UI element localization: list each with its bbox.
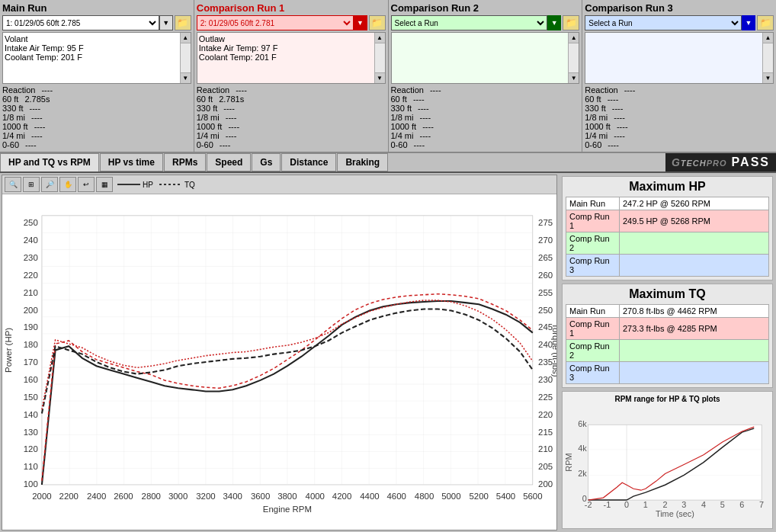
comp2-scroll-up[interactable]: ▲ bbox=[569, 33, 579, 43]
tab-hp-time[interactable]: HP vs time bbox=[100, 153, 163, 171]
svg-text:4200: 4200 bbox=[332, 492, 351, 501]
main-run-notes: VolantIntake Air Temp: 95 FCoolant Temp:… bbox=[2, 32, 191, 84]
comp2-notes: ▲ ▼ bbox=[391, 32, 580, 84]
svg-text:5200: 5200 bbox=[470, 492, 489, 501]
svg-text:265: 265 bbox=[538, 253, 553, 262]
table-row: Main Run 270.8 ft-lbs @ 4462 RPM bbox=[566, 305, 769, 318]
tab-braking[interactable]: Braking bbox=[337, 153, 388, 171]
main-run-folder-btn[interactable]: 📁 bbox=[175, 15, 191, 30]
svg-text:4800: 4800 bbox=[415, 492, 434, 501]
right-panel: Maximum HP Main Run 247.2 HP @ 5260 RPM … bbox=[559, 173, 776, 532]
svg-text:4400: 4400 bbox=[360, 492, 379, 501]
tab-distance[interactable]: Distance bbox=[281, 153, 336, 171]
max-hp-title: Maximum HP bbox=[566, 180, 769, 194]
svg-text:110: 110 bbox=[24, 462, 38, 471]
comp1-dropdown-btn[interactable]: ▼ bbox=[354, 15, 367, 30]
comp1-dropdown[interactable]: 2: 01/29/05 60ft 2.781 bbox=[197, 15, 354, 30]
svg-text:Power (HP): Power (HP) bbox=[4, 328, 13, 373]
comp1-folder-btn[interactable]: 📁 bbox=[369, 15, 386, 30]
comp2-scroll-down[interactable]: ▼ bbox=[569, 72, 579, 83]
chart-toolbar: 🔍 ⊞ 🔎 ✋ ↩ ▦ HP TQ bbox=[2, 175, 556, 194]
svg-text:210: 210 bbox=[24, 288, 38, 297]
svg-text:260: 260 bbox=[538, 271, 553, 280]
svg-text:100: 100 bbox=[24, 479, 38, 489]
svg-text:160: 160 bbox=[24, 375, 38, 384]
svg-text:120: 120 bbox=[24, 444, 38, 453]
svg-text:190: 190 bbox=[24, 322, 38, 332]
svg-text:3600: 3600 bbox=[251, 492, 270, 501]
table-row: Comp Run 3 bbox=[566, 255, 769, 277]
comp3-dropdown[interactable]: Select a Run bbox=[585, 15, 742, 30]
tq-legend-label: TQ bbox=[184, 181, 195, 189]
svg-rect-4 bbox=[42, 216, 533, 485]
svg-text:2000: 2000 bbox=[32, 492, 51, 501]
svg-text:5400: 5400 bbox=[496, 492, 515, 501]
max-hp-section: Maximum HP Main Run 247.2 HP @ 5260 RPM … bbox=[562, 176, 773, 280]
max-hp-table: Main Run 247.2 HP @ 5260 RPM Comp Run 1 … bbox=[566, 197, 769, 277]
svg-text:200: 200 bbox=[24, 306, 38, 315]
tab-gs[interactable]: Gs bbox=[252, 153, 281, 171]
comp2-dropdown-btn[interactable]: ▼ bbox=[547, 15, 561, 30]
svg-text:210: 210 bbox=[538, 444, 553, 453]
comp2-dropdown[interactable]: Select a Run bbox=[391, 15, 548, 30]
comp1-stats: Reaction---- 60 ft2.781s 330 ft---- 1/8 … bbox=[197, 85, 386, 149]
comp2-stats: Reaction---- 60 ft---- 330 ft---- 1/8 mi… bbox=[391, 85, 580, 149]
main-run-dropdown[interactable]: 1: 01/29/05 60ft 2.785 bbox=[2, 15, 159, 30]
comp3-panel: Comparison Run 3 Select a Run ▼ 📁 ▲ ▼ Re… bbox=[582, 0, 776, 152]
comp3-scroll-up[interactable]: ▲ bbox=[763, 33, 773, 43]
comp1-notes: OutlawIntake Air Temp: 97 FCoolant Temp:… bbox=[197, 32, 386, 84]
comp2-title: Comparison Run 2 bbox=[391, 2, 580, 14]
svg-text:2k: 2k bbox=[578, 469, 587, 478]
comp3-notes: ▲ ▼ bbox=[585, 32, 774, 84]
comp2-folder-btn[interactable]: 📁 bbox=[563, 15, 579, 30]
svg-text:130: 130 bbox=[24, 428, 38, 437]
svg-text:2400: 2400 bbox=[87, 492, 106, 501]
notes-scroll-down[interactable]: ▼ bbox=[181, 72, 191, 83]
zoom-out-btn[interactable]: 🔎 bbox=[41, 177, 58, 192]
svg-text:170: 170 bbox=[24, 357, 38, 367]
notes-scroll-up[interactable]: ▲ bbox=[181, 33, 191, 43]
tab-logo: GTECHPRO PASS bbox=[665, 153, 776, 171]
grid-btn[interactable]: ▦ bbox=[96, 177, 113, 192]
rpm-chart-section: RPM range for HP & TQ plots 6k 4k 2k 0 R… bbox=[562, 391, 773, 529]
comp3-scroll-down[interactable]: ▼ bbox=[763, 72, 773, 83]
table-row: Comp Run 2 bbox=[566, 340, 769, 362]
table-row: Main Run 247.2 HP @ 5260 RPM bbox=[566, 197, 769, 210]
comp1-scroll-down[interactable]: ▼ bbox=[375, 72, 385, 83]
zoom-rect-btn[interactable]: ⊞ bbox=[23, 177, 40, 192]
svg-text:Engine RPM: Engine RPM bbox=[263, 505, 312, 514]
tab-hp-tq-rpm[interactable]: HP and TQ vs RPM bbox=[0, 153, 99, 171]
max-tq-title: Maximum TQ bbox=[566, 287, 769, 301]
svg-text:200: 200 bbox=[538, 479, 553, 489]
tab-rpms[interactable]: RPMs bbox=[164, 153, 206, 171]
svg-text:2600: 2600 bbox=[114, 492, 133, 501]
comp1-panel: Comparison Run 1 2: 01/29/05 60ft 2.781 … bbox=[194, 0, 389, 152]
comp3-dropdown-btn[interactable]: ▼ bbox=[742, 15, 755, 30]
reset-btn[interactable]: ↩ bbox=[78, 177, 95, 192]
svg-text:4k: 4k bbox=[578, 444, 587, 453]
svg-text:5: 5 bbox=[720, 500, 725, 509]
comp3-title: Comparison Run 3 bbox=[585, 2, 774, 14]
svg-text:250: 250 bbox=[24, 218, 38, 227]
zoom-in-btn[interactable]: 🔍 bbox=[5, 177, 21, 192]
svg-text:5000: 5000 bbox=[441, 492, 460, 501]
svg-text:6k: 6k bbox=[578, 419, 587, 428]
svg-text:275: 275 bbox=[538, 218, 553, 227]
svg-text:-1: -1 bbox=[604, 500, 611, 509]
max-tq-table: Main Run 270.8 ft-lbs @ 4462 RPM Comp Ru… bbox=[566, 304, 769, 384]
rpm-chart-title: RPM range for HP & TQ plots bbox=[566, 395, 769, 403]
svg-text:3400: 3400 bbox=[223, 492, 242, 501]
table-row: Comp Run 2 bbox=[566, 232, 769, 255]
svg-text:250: 250 bbox=[538, 306, 553, 315]
main-run-panel: Main Run 1: 01/29/05 60ft 2.785 ▼ 📁 Vola… bbox=[0, 0, 194, 152]
comp1-scroll-up[interactable]: ▲ bbox=[375, 33, 385, 43]
pan-btn[interactable]: ✋ bbox=[59, 177, 76, 192]
svg-text:1: 1 bbox=[643, 500, 648, 509]
comp3-folder-btn[interactable]: 📁 bbox=[757, 15, 774, 30]
tab-speed[interactable]: Speed bbox=[207, 153, 251, 171]
svg-text:2800: 2800 bbox=[142, 492, 161, 501]
svg-text:255: 255 bbox=[538, 288, 553, 297]
svg-text:140: 140 bbox=[24, 410, 38, 419]
main-run-dropdown-btn[interactable]: ▼ bbox=[159, 15, 173, 30]
svg-text:4: 4 bbox=[701, 500, 706, 509]
